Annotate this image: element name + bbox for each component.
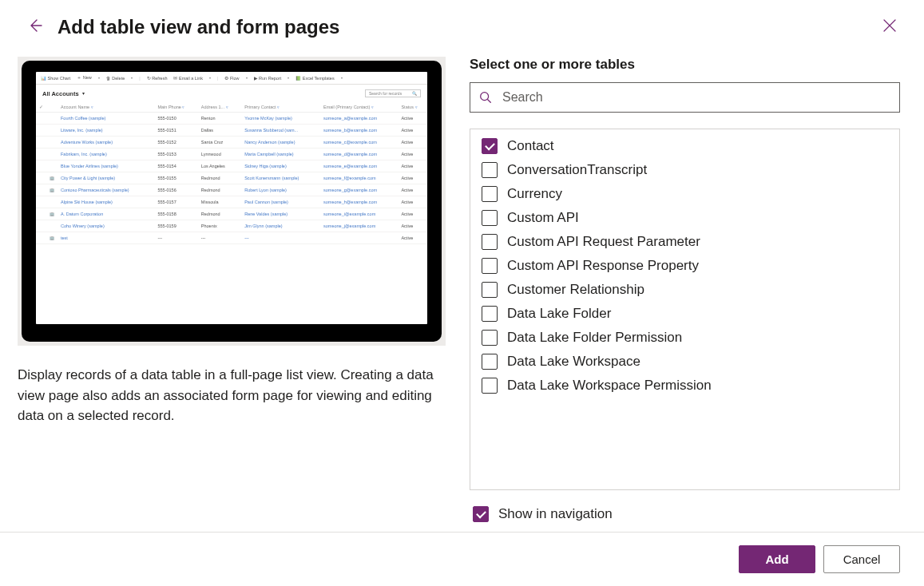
preview-row: 🏢City Power & Light (sample)555-0155Redm… [36, 172, 427, 184]
svg-line-1 [488, 100, 491, 103]
preview-toolbar-item: ✉ Email a Link [173, 76, 203, 81]
toolbar-separator: | [217, 76, 218, 81]
show-in-navigation-row[interactable]: Show in navigation [470, 490, 900, 522]
table-checkbox[interactable] [482, 330, 498, 346]
search-icon [478, 90, 493, 105]
preview-column-header: Main Phone ▿ [154, 102, 197, 113]
chevron-down-icon: ▾ [131, 76, 133, 80]
preview-row: Coho Winery (sample)555-0159PhoenixJim G… [36, 220, 427, 232]
preview-row: Fourth Coffee (sample)555-0150RentonYvon… [36, 113, 427, 125]
table-row[interactable]: Data Lake Folder Permission [470, 326, 899, 350]
preview-search-box: Search for records 🔍 [365, 89, 421, 97]
preview-frame: 📊 Show Chart＋ New▾🗑 Delete▾|↻ Refresh✉ E… [18, 57, 446, 346]
table-checkbox[interactable] [482, 378, 498, 394]
chevron-down-icon: ▾ [82, 91, 85, 96]
show-in-navigation-label: Show in navigation [498, 506, 613, 522]
table-checkbox[interactable] [482, 354, 498, 370]
table-list[interactable]: ContactConversationTranscriptCurrencyCus… [470, 129, 899, 489]
table-checkbox[interactable] [482, 258, 498, 274]
preview-row: 🏢A. Datum Corporation555-0158RedmondRene… [36, 208, 427, 220]
preview-grid: ✓Account Name ▿Main Phone ▿Address 1... … [36, 102, 427, 244]
chevron-down-icon: ▾ [341, 76, 343, 80]
table-label: Data Lake Folder [507, 306, 611, 322]
select-tables-label: Select one or more tables [470, 57, 900, 73]
table-label: Currency [507, 186, 562, 202]
chevron-down-icon: ▾ [98, 76, 100, 80]
cancel-button[interactable]: Cancel [823, 545, 900, 573]
description-text: Display records of a data table in a ful… [18, 365, 446, 426]
preview-toolbar-item: ↻ Refresh [147, 76, 168, 81]
preview-view-header: All Accounts ▾ Search for records 🔍 [36, 85, 427, 102]
preview-row: Litware, Inc. (sample)555-0151DallasSusa… [36, 125, 427, 137]
table-checkbox[interactable] [482, 306, 498, 322]
table-row[interactable]: ConversationTranscript [470, 158, 899, 182]
table-label: Data Lake Folder Permission [507, 330, 682, 346]
table-label: Customer Relationship [507, 282, 644, 298]
right-column: Select one or more tables ContactConvers… [470, 57, 900, 522]
table-label: Data Lake Workspace Permission [507, 378, 712, 394]
table-row[interactable]: Customer Relationship [470, 278, 899, 302]
page-title: Add table view and form pages [58, 16, 868, 38]
left-column: 📊 Show Chart＋ New▾🗑 Delete▾|↻ Refresh✉ E… [18, 57, 446, 522]
table-checkbox[interactable] [482, 234, 498, 250]
preview-column-header: Address 1... ▿ [198, 102, 241, 113]
preview-row: Blue Yonder Airlines (sample)555-0154Los… [36, 160, 427, 172]
svg-point-0 [481, 93, 489, 101]
preview-column-header: Account Name ▿ [58, 102, 154, 113]
chevron-down-icon: ▾ [288, 76, 289, 80]
toolbar-separator: | [139, 76, 140, 81]
table-checkbox[interactable] [482, 138, 498, 154]
preview-row: Alpine Ski House (sample)555-0157Missoul… [36, 196, 427, 208]
preview-search-placeholder: Search for records [369, 91, 402, 96]
table-row[interactable]: Custom API [470, 206, 899, 230]
table-row[interactable]: Custom API Response Property [470, 254, 899, 278]
preview-toolbar-item: 📊 Show Chart [41, 76, 70, 81]
table-checkbox[interactable] [482, 210, 498, 226]
preview-column-header: Email (Primary Contact) ▿ [320, 102, 398, 113]
preview-row: Fabrikam, Inc. (sample)555-0153LynnwoodM… [36, 148, 427, 160]
preview-row: 🏢test---------Active [36, 232, 427, 244]
table-list-container: ContactConversationTranscriptCurrencyCus… [470, 129, 900, 490]
close-icon[interactable] [879, 15, 900, 38]
table-checkbox[interactable] [482, 282, 498, 298]
table-label: Custom API Request Parameter [507, 234, 700, 250]
preview-view-title: All Accounts [42, 90, 79, 97]
device-screen: 📊 Show Chart＋ New▾🗑 Delete▾|↻ Refresh✉ E… [36, 72, 427, 324]
table-row[interactable]: Data Lake Workspace Permission [470, 374, 899, 398]
table-row[interactable]: Data Lake Workspace [470, 350, 899, 374]
preview-row: Adventure Works (sample)555-0152Santa Cr… [36, 137, 427, 148]
table-row[interactable]: Contact [470, 134, 899, 158]
table-row[interactable]: Custom API Request Parameter [470, 230, 899, 254]
table-checkbox[interactable] [482, 186, 498, 202]
table-label: ConversationTranscript [507, 162, 647, 178]
table-label: Custom API [507, 210, 579, 226]
show-in-navigation-checkbox[interactable] [473, 506, 489, 522]
add-button[interactable]: Add [739, 545, 815, 573]
preview-toolbar: 📊 Show Chart＋ New▾🗑 Delete▾|↻ Refresh✉ E… [36, 72, 427, 85]
table-search-box[interactable] [470, 82, 900, 113]
dialog-header: Add table view and form pages [0, 0, 924, 47]
preview-row: 🏢Contoso Pharmaceuticals (sample)555-015… [36, 184, 427, 196]
table-checkbox[interactable] [482, 162, 498, 178]
preview-toolbar-item: ⚙ Flow [224, 76, 239, 81]
preview-column-header: ✓ [36, 102, 46, 113]
search-input[interactable] [501, 89, 891, 105]
table-row[interactable]: Data Lake Folder [470, 302, 899, 326]
table-label: Contact [507, 138, 554, 154]
preview-column-header [46, 102, 58, 113]
dialog-footer: Add Cancel [0, 532, 924, 586]
preview-toolbar-item: ▶ Run Report [254, 76, 282, 81]
table-label: Data Lake Workspace [507, 354, 640, 370]
preview-column-header: Status ▿ [398, 102, 427, 113]
preview-toolbar-item: ＋ New [77, 75, 92, 81]
search-icon: 🔍 [412, 91, 417, 96]
preview-toolbar-item: 📗 Excel Templates [295, 76, 334, 81]
table-row[interactable]: Currency [470, 182, 899, 206]
preview-column-header: Primary Contact ▿ [241, 102, 320, 113]
preview-toolbar-item: 🗑 Delete [106, 76, 125, 81]
table-label: Custom API Response Property [507, 258, 699, 274]
chevron-down-icon: ▾ [246, 76, 248, 80]
device-mock: 📊 Show Chart＋ New▾🗑 Delete▾|↻ Refresh✉ E… [22, 61, 442, 342]
back-arrow-icon[interactable] [24, 14, 46, 39]
main-content: 📊 Show Chart＋ New▾🗑 Delete▾|↻ Refresh✉ E… [0, 47, 924, 522]
